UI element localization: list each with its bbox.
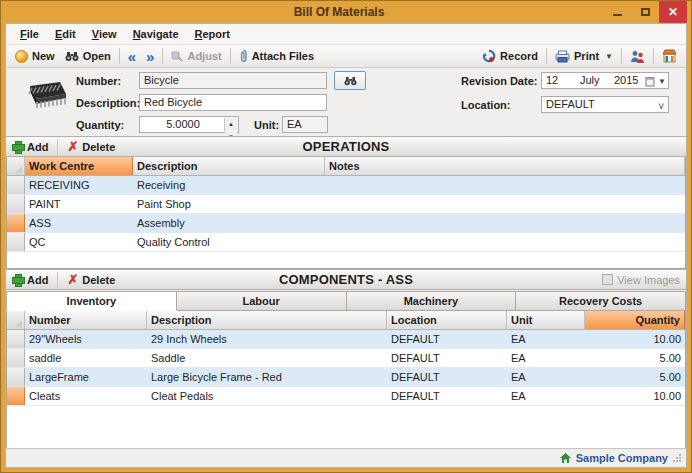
paperclip-icon xyxy=(239,49,248,63)
menu-navigate[interactable]: Navigate xyxy=(127,26,185,42)
delete-x-icon: ✗ xyxy=(67,141,78,152)
row-selector[interactable] xyxy=(7,195,25,213)
menu-view[interactable]: View xyxy=(86,26,123,42)
description-field[interactable]: Red Bicycle xyxy=(139,94,327,111)
chip-icon xyxy=(20,80,68,116)
plus-icon xyxy=(12,274,23,285)
tab-labour[interactable]: Labour xyxy=(177,291,347,311)
binoculars-search-icon xyxy=(344,76,357,86)
checkbox-icon xyxy=(602,274,613,285)
row-selector[interactable] xyxy=(7,176,25,194)
bill-of-materials-window: Bill Of Materials ✕ File Edit View Navig… xyxy=(0,0,692,473)
adjust-button[interactable]: Adjust xyxy=(166,48,226,64)
row-selector[interactable] xyxy=(7,349,25,367)
revision-date-label: Revision Date: xyxy=(461,75,537,87)
tab-machinery[interactable]: Machinery xyxy=(347,291,517,311)
company-button[interactable] xyxy=(657,47,682,65)
quantity-label: Quantity: xyxy=(76,119,124,131)
print-dropdown-arrow-icon[interactable]: ▼ xyxy=(605,52,613,61)
close-button[interactable]: ✕ xyxy=(659,1,687,23)
components-grid-header: Number Description Location Unit Quantit… xyxy=(7,311,685,330)
menu-report[interactable]: Report xyxy=(189,26,236,42)
col-location[interactable]: Location xyxy=(387,311,507,329)
col-description[interactable]: Description xyxy=(133,157,325,175)
components-grid: Number Description Location Unit Quantit… xyxy=(6,311,686,448)
print-button[interactable]: Print ▼ xyxy=(550,48,618,65)
col-number[interactable]: Number xyxy=(25,311,147,329)
number-field[interactable]: Bicycle xyxy=(139,72,327,89)
col-notes[interactable]: Notes xyxy=(325,157,685,175)
new-button[interactable]: New xyxy=(10,48,60,65)
users-button[interactable] xyxy=(625,48,650,65)
col-quantity[interactable]: Quantity xyxy=(585,311,685,329)
open-button[interactable]: Open xyxy=(60,48,116,64)
revision-year[interactable]: 2015 xyxy=(614,74,648,87)
chevron-down-icon: ˅ xyxy=(658,100,664,113)
operations-row-selected[interactable]: ASS Assembly xyxy=(7,214,685,233)
menu-bar: File Edit View Navigate Report xyxy=(6,24,686,44)
tab-inventory[interactable]: Inventory xyxy=(6,291,177,311)
components-delete-button[interactable]: ✗ Delete xyxy=(67,274,115,286)
record-icon xyxy=(482,49,496,63)
revision-day[interactable]: 12 xyxy=(546,74,580,87)
window-title: Bill Of Materials xyxy=(5,5,603,19)
operations-row[interactable]: QC Quality Control xyxy=(7,233,685,252)
chevrons-right-icon: » xyxy=(146,50,154,63)
operations-delete-button[interactable]: ✗ Delete xyxy=(67,141,115,153)
resize-grip[interactable] xyxy=(672,453,682,463)
menu-edit[interactable]: Edit xyxy=(49,26,82,42)
unit-field[interactable]: EA xyxy=(282,116,328,133)
row-selector-selected[interactable] xyxy=(7,387,25,405)
components-tabs: Inventory Labour Machinery Recovery Cost… xyxy=(6,290,686,311)
plus-icon xyxy=(12,141,23,152)
view-images-checkbox[interactable]: View Images xyxy=(602,274,680,286)
delete-x-icon: ✗ xyxy=(67,274,78,285)
col-unit[interactable]: Unit xyxy=(507,311,585,329)
navigate-back-button[interactable]: « xyxy=(123,48,141,65)
new-icon xyxy=(15,50,28,63)
quantity-stepper[interactable]: ▲▼ xyxy=(224,118,237,131)
adjust-icon xyxy=(171,50,183,62)
navigate-forward-button[interactable]: » xyxy=(141,48,159,65)
components-row[interactable]: saddle Saddle DEFAULT EA 5.00 xyxy=(7,349,685,368)
menu-file[interactable]: File xyxy=(14,26,45,42)
printer-icon xyxy=(555,50,570,63)
components-row[interactable]: 29"Wheels 29 Inch Wheels DEFAULT EA 10.0… xyxy=(7,330,685,349)
operations-row[interactable]: RECEIVING Receiving xyxy=(7,176,685,195)
location-select[interactable]: DEFAULT ˅ xyxy=(541,96,669,113)
users-icon xyxy=(630,50,645,63)
col-work-centre[interactable]: Work Centre xyxy=(25,157,133,175)
company-name: Sample Company xyxy=(576,452,668,464)
toolbar: New Open « » Adjust xyxy=(6,44,686,68)
search-number-button[interactable] xyxy=(334,71,366,90)
row-selector-selected[interactable] xyxy=(7,214,25,232)
operations-header: OPERATIONS Add ✗ Delete xyxy=(6,136,686,157)
number-label: Number: xyxy=(76,75,121,87)
revision-date-field[interactable]: 12 July 2015 ▼ xyxy=(541,72,669,89)
record-button[interactable]: Record xyxy=(477,47,543,65)
minimize-button[interactable] xyxy=(603,1,631,23)
row-selector-header[interactable] xyxy=(7,157,25,175)
row-selector-header[interactable] xyxy=(7,311,25,329)
step-up-icon[interactable]: ▲ xyxy=(225,118,237,131)
col-description[interactable]: Description xyxy=(147,311,387,329)
components-row[interactable]: LargeFrame Large Bicycle Frame - Red DEF… xyxy=(7,368,685,387)
calendar-icon xyxy=(645,76,656,87)
operations-row[interactable]: PAINT Paint Shop xyxy=(7,195,685,214)
maximize-button[interactable] xyxy=(631,1,659,23)
row-selector[interactable] xyxy=(7,368,25,386)
home-icon xyxy=(559,452,572,464)
operations-add-button[interactable]: Add xyxy=(12,141,48,153)
attach-files-button[interactable]: Attach Files xyxy=(234,47,319,65)
item-header-form: Number: Bicycle Description: Red Bicycle… xyxy=(6,68,686,136)
components-add-button[interactable]: Add xyxy=(12,274,48,286)
row-selector[interactable] xyxy=(7,233,25,251)
components-header: COMPONENTS - ASS Add ✗ Delete View Image… xyxy=(6,269,686,290)
row-selector[interactable] xyxy=(7,330,25,348)
components-row-selected[interactable]: Cleats Cleat Pedals DEFAULT EA 10.00 xyxy=(7,387,685,406)
quantity-field[interactable]: 5.0000 ▲▼ xyxy=(139,116,239,133)
revision-month[interactable]: July xyxy=(580,74,614,87)
tab-recovery-costs[interactable]: Recovery Costs xyxy=(516,291,686,311)
location-label: Location: xyxy=(461,99,511,111)
date-picker-button[interactable]: ▼ xyxy=(645,75,666,88)
